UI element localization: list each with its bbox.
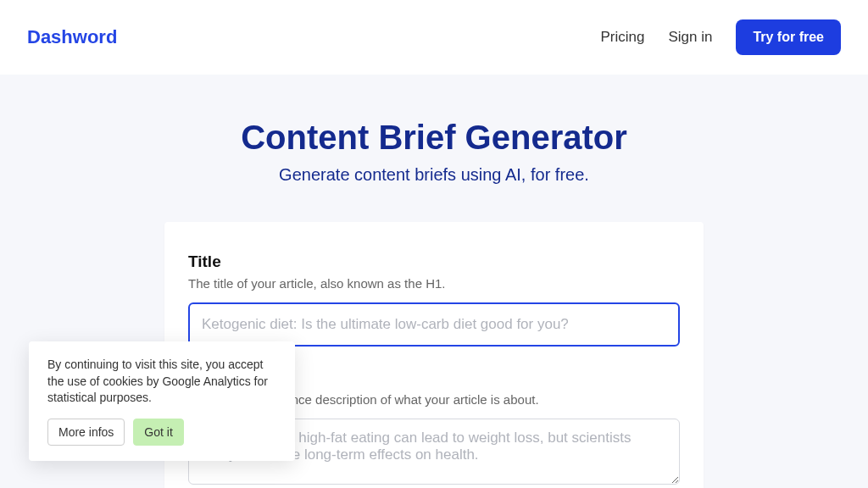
main-nav: Pricing Sign in Try for free <box>600 19 841 55</box>
page-subtitle: Generate content briefs using AI, for fr… <box>0 165 868 185</box>
cookie-text: By continuing to visit this site, you ac… <box>47 357 276 407</box>
logo[interactable]: Dashword <box>27 26 117 48</box>
nav-signin[interactable]: Sign in <box>668 29 712 46</box>
cookie-actions: More infos Got it <box>47 419 276 446</box>
title-hint: The title of your article, also known as… <box>188 276 680 291</box>
cookie-banner: By continuing to visit this site, you ac… <box>29 341 295 461</box>
title-field-block: Title The title of your article, also kn… <box>188 252 680 347</box>
title-label: Title <box>188 252 680 271</box>
cookie-more-button[interactable]: More infos <box>47 419 125 446</box>
cookie-accept-button[interactable]: Got it <box>133 419 183 446</box>
title-input[interactable] <box>188 302 680 347</box>
try-free-button[interactable]: Try for free <box>736 19 841 55</box>
page-title: Content Brief Generator <box>0 119 868 157</box>
site-header: Dashword Pricing Sign in Try for free <box>0 0 868 75</box>
nav-pricing[interactable]: Pricing <box>600 29 644 46</box>
